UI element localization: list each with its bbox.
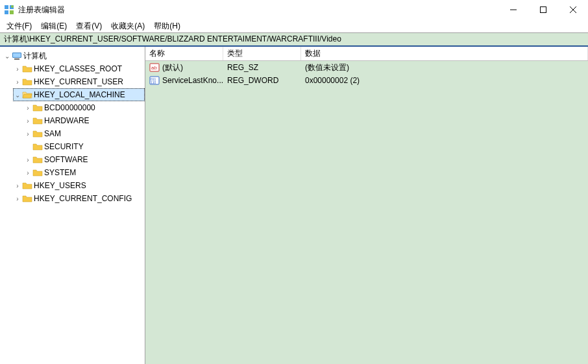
tree-label: 计算机 (23, 51, 47, 62)
list-row[interactable]: ab(默认)REG_SZ(数值未设置) (145, 61, 588, 74)
minimize-button[interactable] (498, 0, 528, 19)
folder-open-icon (22, 90, 32, 100)
column-label: 类型 (227, 49, 243, 58)
tree-label: HARDWARE (44, 116, 90, 125)
tree-node-hku[interactable]: › HKEY_USERS (13, 179, 145, 192)
close-button[interactable] (558, 0, 588, 19)
tree-node-bcd[interactable]: › BCD00000000 (23, 101, 145, 114)
folder-icon (32, 103, 43, 113)
menu-edit[interactable]: 编辑(E) (37, 20, 71, 32)
svg-rect-11 (14, 58, 19, 60)
tree-label: HKEY_CURRENT_USER (34, 77, 123, 86)
menu-view[interactable]: 查看(V) (72, 20, 106, 32)
title-bar: 注册表编辑器 (0, 0, 588, 19)
app-icon (4, 5, 14, 15)
tree-label: SYSTEM (44, 168, 76, 177)
folder-icon (22, 193, 32, 204)
expander-icon[interactable]: › (23, 104, 32, 112)
column-label: 名称 (149, 48, 165, 59)
maximize-button[interactable] (528, 0, 558, 19)
expander-icon[interactable]: › (23, 117, 32, 125)
cell-type: REG_DWORD (223, 76, 301, 85)
svg-rect-6 (541, 7, 546, 13)
tree-node-computer[interactable]: ⌄ 计算机 (3, 49, 145, 62)
address-bar[interactable]: 计算机\HKEY_CURRENT_USER/SOFTWARE/BLIZZARD … (0, 32, 588, 47)
expander-icon[interactable]: › (13, 79, 22, 86)
cell-name: 011110ServiceLastKno... (145, 75, 223, 86)
tree-label: HKEY_CURRENT_CONFIG (34, 194, 132, 203)
window-title: 注册表编辑器 (18, 5, 498, 16)
expander-icon[interactable]: › (23, 156, 32, 164)
folder-icon (32, 115, 43, 126)
expander-icon[interactable]: ⌄ (13, 91, 22, 99)
tree-node-security[interactable]: SECURITY (23, 140, 145, 153)
tree-label: HKEY_LOCAL_MACHINE (34, 90, 125, 99)
folder-icon (22, 64, 32, 74)
expander-icon[interactable]: › (23, 130, 32, 138)
menu-bar: 文件(F) 编辑(E) 查看(V) 收藏夹(A) 帮助(H) (0, 19, 588, 32)
tree-label: SECURITY (44, 142, 84, 151)
tree-label: HKEY_USERS (34, 181, 86, 190)
svg-text:ab: ab (151, 65, 157, 71)
folder-icon (22, 77, 32, 87)
tree-node-software[interactable]: › SOFTWARE (23, 153, 145, 166)
tree-node-sam[interactable]: › SAM (23, 127, 145, 140)
list-body: ab(默认)REG_SZ(数值未设置)011110ServiceLastKno.… (145, 61, 588, 87)
svg-rect-2 (5, 10, 8, 14)
expander-icon[interactable]: › (13, 195, 22, 202)
expander-icon[interactable]: › (23, 169, 32, 176)
folder-icon (32, 167, 43, 178)
string-value-icon: ab (149, 62, 160, 73)
tree-node-hklm[interactable]: ⌄ HKEY_LOCAL_MACHINE (13, 88, 145, 101)
values-pane[interactable]: 名称 类型 数据 ab(默认)REG_SZ(数值未设置)011110Servic… (145, 47, 588, 364)
svg-rect-0 (5, 5, 8, 9)
tree-node-hkcc[interactable]: › HKEY_CURRENT_CONFIG (13, 192, 145, 205)
svg-point-4 (11, 5, 14, 8)
menu-help[interactable]: 帮助(H) (150, 20, 184, 32)
value-name: ServiceLastKno... (162, 76, 223, 85)
menu-file[interactable]: 文件(F) (3, 20, 36, 32)
cell-name: ab(默认) (145, 62, 223, 73)
svg-rect-10 (13, 53, 21, 57)
folder-icon (32, 154, 43, 165)
tree-pane[interactable]: ⌄ 计算机 › HKEY_CLASSES_ROOT (0, 47, 145, 364)
expander-icon[interactable]: › (13, 66, 22, 73)
tree-label: SOFTWARE (44, 155, 88, 164)
list-header: 名称 类型 数据 (145, 47, 588, 61)
tree-node-hardware[interactable]: › HARDWARE (23, 114, 145, 127)
computer-icon (12, 51, 22, 61)
menu-favorites[interactable]: 收藏夹(A) (107, 20, 149, 32)
folder-icon (22, 180, 32, 191)
main-area: ⌄ 计算机 › HKEY_CLASSES_ROOT (0, 47, 588, 364)
value-name: (默认) (162, 62, 183, 73)
tree-label: SAM (44, 129, 61, 138)
tree-node-system[interactable]: › SYSTEM (23, 166, 145, 179)
tree-label: HKEY_CLASSES_ROOT (34, 64, 122, 73)
column-header-type[interactable]: 类型 (223, 47, 301, 60)
cell-data: 0x00000002 (2) (301, 76, 588, 85)
folder-icon (32, 141, 43, 152)
list-row[interactable]: 011110ServiceLastKno...REG_DWORD0x000000… (145, 74, 588, 87)
expander-icon[interactable]: ⌄ (3, 53, 12, 60)
address-text: 计算机\HKEY_CURRENT_USER/SOFTWARE/BLIZZARD … (4, 34, 341, 45)
svg-rect-3 (10, 10, 14, 14)
expander-icon[interactable]: › (13, 182, 22, 189)
column-header-name[interactable]: 名称 (145, 47, 223, 60)
cell-data: (数值未设置) (301, 62, 588, 73)
tree-label: BCD00000000 (44, 103, 95, 112)
folder-icon (32, 128, 43, 139)
svg-text:110: 110 (151, 80, 156, 84)
column-header-data[interactable]: 数据 (301, 47, 588, 60)
binary-value-icon: 011110 (149, 75, 160, 86)
column-label: 数据 (305, 49, 321, 58)
window-controls (498, 0, 588, 19)
tree-node-hkcr[interactable]: › HKEY_CLASSES_ROOT (13, 62, 145, 75)
cell-type: REG_SZ (223, 63, 301, 72)
tree-node-hkcu[interactable]: › HKEY_CURRENT_USER (13, 75, 145, 88)
